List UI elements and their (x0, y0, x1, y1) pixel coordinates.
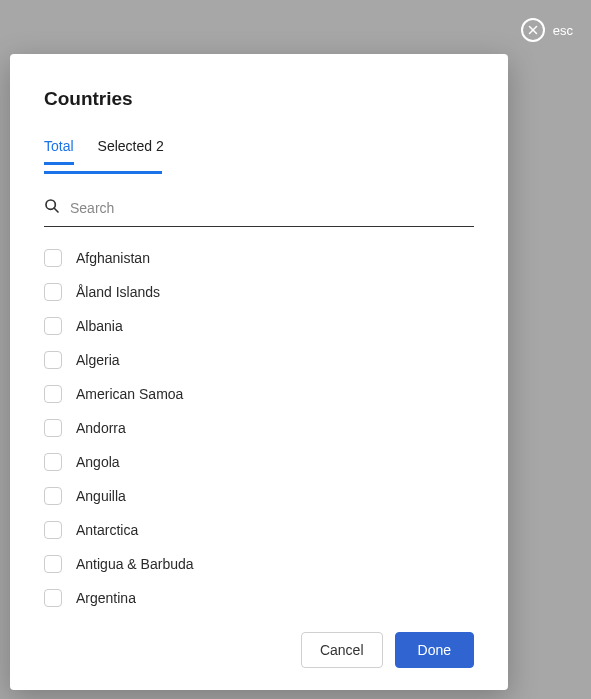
checkbox[interactable] (44, 317, 62, 335)
country-list[interactable]: AfghanistanÅland IslandsAlbaniaAlgeriaAm… (44, 241, 474, 614)
item-label: Antigua & Barbuda (76, 556, 194, 572)
search-input[interactable] (70, 200, 474, 216)
list-item[interactable]: Albania (44, 309, 466, 343)
item-label: Andorra (76, 420, 126, 436)
list-item[interactable]: Anguilla (44, 479, 466, 513)
list-item[interactable]: Antarctica (44, 513, 466, 547)
search-icon (44, 198, 60, 218)
close-icon[interactable] (521, 18, 545, 42)
esc-control[interactable]: esc (521, 18, 573, 42)
list-wrap: AfghanistanÅland IslandsAlbaniaAlgeriaAm… (44, 241, 474, 614)
checkbox[interactable] (44, 453, 62, 471)
search-row (44, 192, 474, 227)
list-item[interactable]: Angola (44, 445, 466, 479)
item-label: Åland Islands (76, 284, 160, 300)
tab-selected-label: Selected (98, 138, 152, 154)
tab-selected-count: 2 (156, 138, 164, 154)
checkbox[interactable] (44, 351, 62, 369)
item-label: Albania (76, 318, 123, 334)
list-item[interactable]: Argentina (44, 581, 466, 614)
checkbox[interactable] (44, 589, 62, 607)
checkbox[interactable] (44, 419, 62, 437)
checkbox[interactable] (44, 521, 62, 539)
countries-modal: Countries Total Selected 2 AfghanistanÅl… (10, 54, 508, 690)
checkbox[interactable] (44, 283, 62, 301)
tab-selected[interactable]: Selected 2 (98, 138, 164, 165)
list-item[interactable]: Andorra (44, 411, 466, 445)
modal-footer: Cancel Done (44, 614, 474, 668)
done-button[interactable]: Done (395, 632, 474, 668)
svg-line-3 (54, 208, 58, 212)
item-label: Afghanistan (76, 250, 150, 266)
checkbox[interactable] (44, 555, 62, 573)
tab-total[interactable]: Total (44, 138, 74, 165)
checkbox[interactable] (44, 385, 62, 403)
cancel-button[interactable]: Cancel (301, 632, 383, 668)
checkbox[interactable] (44, 249, 62, 267)
item-label: Anguilla (76, 488, 126, 504)
tab-underline (44, 171, 162, 174)
checkbox[interactable] (44, 487, 62, 505)
item-label: American Samoa (76, 386, 183, 402)
modal-title: Countries (44, 88, 474, 110)
list-item[interactable]: American Samoa (44, 377, 466, 411)
tabs: Total Selected 2 (44, 138, 474, 166)
item-label: Angola (76, 454, 120, 470)
esc-label: esc (553, 23, 573, 38)
item-label: Antarctica (76, 522, 138, 538)
list-item[interactable]: Antigua & Barbuda (44, 547, 466, 581)
item-label: Algeria (76, 352, 120, 368)
list-item[interactable]: Åland Islands (44, 275, 466, 309)
list-item[interactable]: Algeria (44, 343, 466, 377)
item-label: Argentina (76, 590, 136, 606)
list-item[interactable]: Afghanistan (44, 241, 466, 275)
